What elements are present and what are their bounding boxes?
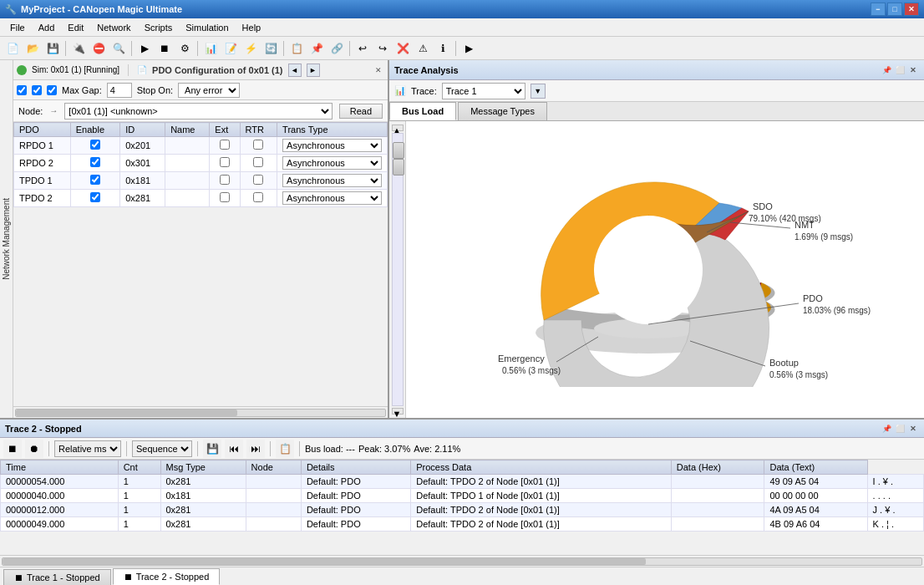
new-button[interactable]: 📄 xyxy=(3,39,22,58)
minimize-button[interactable]: − xyxy=(871,3,886,16)
close-trace-button[interactable]: ✕ xyxy=(907,64,919,76)
trace1-tab-icon: ⏹ xyxy=(14,572,23,582)
tb-btn-8[interactable]: ↩ xyxy=(353,39,372,58)
sequence-select[interactable]: Sequence xyxy=(132,440,192,457)
slider-track[interactable] xyxy=(392,133,404,406)
float-trace-button[interactable]: ⬜ xyxy=(894,64,906,76)
pdo-h-scroll[interactable] xyxy=(13,406,388,418)
tb-btn-1[interactable]: 📊 xyxy=(201,39,220,58)
enable-checkbox3[interactable] xyxy=(47,85,57,95)
start-button[interactable]: ▶ xyxy=(135,39,154,58)
tb-btn-2[interactable]: 📝 xyxy=(221,39,240,58)
nav-prev-button[interactable]: ◄ xyxy=(288,64,302,77)
trace2-btn1[interactable]: ⏮ xyxy=(225,440,243,458)
trace2-save-button[interactable]: 💾 xyxy=(203,440,221,458)
slider-down[interactable]: ▼ xyxy=(392,408,404,415)
trans-type-select[interactable]: Asynchronous xyxy=(282,191,382,205)
scan-button[interactable]: 🔍 xyxy=(109,39,128,58)
tb-btn-10[interactable]: ❌ xyxy=(393,39,412,58)
nav-next-button[interactable]: ► xyxy=(307,64,320,77)
trace2-btn2[interactable]: ⏭ xyxy=(246,440,265,458)
connect-button[interactable]: 🔌 xyxy=(69,39,88,58)
tb-btn-11[interactable]: ⚠ xyxy=(414,39,432,58)
tb-btn-4[interactable]: 🔄 xyxy=(261,39,280,58)
tb-btn-7[interactable]: 🔗 xyxy=(327,39,346,58)
read-button[interactable]: Read xyxy=(339,104,383,119)
trace-scroll-thumb[interactable] xyxy=(3,558,646,565)
pdo-panel-controls: ✕ xyxy=(373,64,384,76)
menu-file[interactable]: File xyxy=(3,18,32,36)
tb-btn-12[interactable]: ℹ xyxy=(434,39,452,58)
stop-button[interactable]: ⏹ xyxy=(155,39,174,58)
close-trace2-button[interactable]: ✕ xyxy=(907,423,919,435)
disconnect-button[interactable]: ⛔ xyxy=(89,39,108,58)
rtr-check[interactable] xyxy=(253,140,263,150)
pin-trace2-button[interactable]: 📌 xyxy=(881,423,892,435)
trace2-btn3[interactable]: 📋 xyxy=(276,440,294,458)
menu-add[interactable]: Add xyxy=(32,18,62,36)
time-mode-select[interactable]: Relative ms xyxy=(54,440,121,457)
enable-checkbox2[interactable] xyxy=(32,85,42,95)
menu-simulation[interactable]: Simulation xyxy=(179,18,235,36)
slider-thumb-bottom[interactable] xyxy=(393,159,404,176)
tab-message-types[interactable]: Message Types xyxy=(458,102,547,120)
menu-scripts[interactable]: Scripts xyxy=(138,18,180,36)
tb-btn-6[interactable]: 📌 xyxy=(307,39,326,58)
menu-edit[interactable]: Edit xyxy=(61,18,90,36)
rtr-check[interactable] xyxy=(253,192,263,202)
maximize-button[interactable]: □ xyxy=(887,3,902,16)
bottom-tab-trace2[interactable]: ⏹ Trace 2 - Stopped xyxy=(113,568,221,585)
row-time: 00000054.000 xyxy=(1,475,119,489)
network-management-label[interactable]: Network Management xyxy=(2,198,11,280)
slider-thumb-top[interactable] xyxy=(393,142,404,159)
close-button[interactable]: ✕ xyxy=(904,3,919,16)
enable-checkbox[interactable] xyxy=(17,85,27,95)
float-trace2-button[interactable]: ⬜ xyxy=(894,423,906,435)
menu-network[interactable]: Network xyxy=(90,18,137,36)
enable-check[interactable] xyxy=(90,192,100,202)
trans-type-select[interactable]: Asynchronous xyxy=(282,139,382,152)
trans-type-select[interactable]: Asynchronous xyxy=(282,174,382,187)
tb-btn-9[interactable]: ↪ xyxy=(373,39,392,58)
menu-help[interactable]: Help xyxy=(236,18,268,36)
settings-button[interactable]: ⚙ xyxy=(175,39,194,58)
tab-bus-load[interactable]: Bus Load xyxy=(389,102,456,120)
ext-check[interactable] xyxy=(220,192,230,202)
close-pdo-button[interactable]: ✕ xyxy=(373,64,384,76)
pin-trace-button[interactable]: 📌 xyxy=(881,64,892,76)
scroll-thumb[interactable] xyxy=(16,410,237,416)
emergency-label-2: 0.56% (3 msgs) xyxy=(502,366,561,375)
chart-slider[interactable]: ▲ ▼ xyxy=(389,121,406,418)
slider-up[interactable]: ▲ xyxy=(392,125,404,131)
ext-check[interactable] xyxy=(220,175,230,185)
node-select[interactable]: [0x01 (1)] <unknown> xyxy=(64,103,332,120)
tb-btn-13[interactable]: ▶ xyxy=(459,39,478,58)
ext-check[interactable] xyxy=(220,157,230,167)
enable-check[interactable] xyxy=(90,157,100,167)
trace-h-scroll[interactable] xyxy=(0,555,924,567)
tb-btn-5[interactable]: 📋 xyxy=(287,39,306,58)
tb-btn-3[interactable]: ⚡ xyxy=(241,39,260,58)
ext-check[interactable] xyxy=(220,140,230,150)
trace2-stop-button[interactable]: ⏹ xyxy=(3,440,22,458)
max-gap-input[interactable] xyxy=(107,83,132,98)
donut-hole xyxy=(594,216,703,324)
trans-type-select[interactable]: Asynchronous xyxy=(282,156,382,170)
trace-analysis-title: Trace Analysis xyxy=(394,65,459,75)
enable-check[interactable] xyxy=(90,175,100,185)
trace-scroll-track[interactable] xyxy=(2,557,922,566)
main-toolbar: 📄 📂 💾 🔌 ⛔ 🔍 ▶ ⏹ ⚙ 📊 📝 ⚡ 🔄 📋 📌 🔗 ↩ ↪ ❌ ⚠ … xyxy=(0,37,924,60)
rtr-check[interactable] xyxy=(253,175,263,185)
trace-dropdown-button[interactable]: ▼ xyxy=(531,84,546,99)
rtr-check[interactable] xyxy=(253,157,263,167)
stop-on-select[interactable]: Any error xyxy=(178,83,240,98)
save-button[interactable]: 💾 xyxy=(43,39,62,58)
trace2-record-button[interactable]: ⏺ xyxy=(25,440,43,458)
scroll-track[interactable] xyxy=(15,409,386,417)
open-button[interactable]: 📂 xyxy=(23,39,42,58)
pdo-rtr-cell xyxy=(240,190,277,207)
node-arrow: → xyxy=(49,106,58,115)
trace-select[interactable]: Trace 1 xyxy=(442,83,525,99)
enable-check[interactable] xyxy=(90,140,100,150)
bottom-tab-trace1[interactable]: ⏹ Trace 1 - Stopped xyxy=(3,569,111,585)
